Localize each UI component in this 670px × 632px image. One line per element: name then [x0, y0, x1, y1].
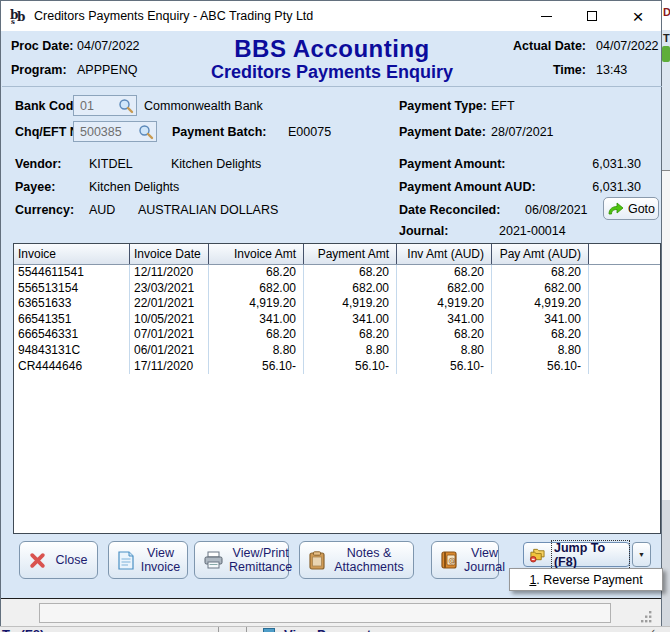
chevron-down-icon: ▼ — [638, 551, 645, 558]
vendor-label: Vendor: — [15, 157, 62, 171]
invoice-table: Invoice Invoice Date Invoice Amt Payment… — [13, 243, 661, 534]
cell-payment-amt: 68.20 — [304, 327, 397, 343]
background-window-right-edge: D T — [662, 0, 670, 632]
cell-inv-amt-aud: 68.20 — [397, 265, 492, 281]
jump-to-button[interactable]: Jump To (F8) — [523, 542, 630, 567]
column-header-payment-amt[interactable]: Payment Amt — [304, 244, 397, 264]
cell-payment-amt: 682.00 — [304, 281, 397, 297]
svg-text:b: b — [17, 10, 25, 24]
payee-value: Kitchen Delights — [89, 180, 179, 194]
cell-invoice-date: 10/05/2021 — [130, 312, 209, 328]
cell-invoice-date: 17/11/2020 — [130, 359, 209, 375]
payment-amount-aud-value: 6,031.30 — [541, 180, 641, 194]
column-header-invoice[interactable]: Invoice — [14, 244, 130, 264]
window-controls: × — [523, 1, 661, 31]
chq-eft-lookup-icon[interactable] — [138, 124, 154, 140]
table-row[interactable]: CR4444646 17/11/2020 56.10- 56.10- 56.10… — [14, 359, 660, 375]
minimize-button[interactable] — [523, 1, 569, 31]
background-window-bottom-edge: To (F8) View Payment ✓ — [0, 626, 670, 632]
window-title: Creditors Payments Enquiry - ABC Trading… — [34, 9, 313, 23]
resize-grip[interactable] — [639, 609, 653, 623]
jump-to-menu: 1. Reverse Payment — [509, 568, 663, 591]
table-row[interactable]: 63651633 22/01/2021 4,919.20 4,919.20 4,… — [14, 296, 660, 312]
bbs-app-icon: b b s — [9, 7, 27, 25]
cell-payment-amt: 68.20 — [304, 265, 397, 281]
close-button[interactable]: Close — [19, 541, 98, 579]
close-window-button[interactable]: × — [615, 1, 661, 31]
payment-amount-aud-label: Payment Amount AUD: — [399, 180, 536, 194]
app-title: BBS Accounting — [162, 35, 502, 63]
view-print-remittance-button[interactable]: View/Print Remittance — [194, 541, 289, 579]
notes-attachments-button[interactable]: Notes & Attachments — [299, 541, 414, 579]
creditors-payments-enquiry-window: b b s Creditors Payments Enquiry - ABC T… — [0, 0, 662, 626]
view-invoice-button[interactable]: View Invoice — [108, 541, 188, 579]
bank-code-lookup-icon[interactable] — [118, 98, 134, 114]
divider — [218, 627, 219, 632]
cell-invoice: 63651633 — [14, 296, 130, 312]
cell-invoice: 556513154 — [14, 281, 130, 297]
close-button-label: Close — [52, 553, 91, 568]
chq-eft-input[interactable]: 500385 — [73, 121, 157, 142]
bank-code-value: 01 — [80, 99, 94, 113]
table-row[interactable]: 556513154 23/03/2021 682.00 682.00 682.0… — [14, 281, 660, 297]
payment-amount-label: Payment Amount: — [399, 157, 506, 171]
actual-date-label: Actual Date: — [506, 39, 586, 53]
cell-filler — [589, 312, 660, 328]
proc-date-value: 04/07/2022 — [77, 39, 140, 53]
cell-payment-amt: 341.00 — [304, 312, 397, 328]
maximize-icon — [587, 11, 597, 21]
cell-invoice: 5544611541 — [14, 265, 130, 281]
column-header-filler — [589, 244, 660, 264]
date-reconciled-value: 06/08/2021 — [525, 203, 588, 217]
invoice-table-header: Invoice Invoice Date Invoice Amt Payment… — [14, 244, 660, 265]
status-bar — [1, 598, 661, 626]
background-panel-fragment — [662, 500, 670, 632]
menu-item-reverse-payment[interactable]: 1. Reverse Payment — [529, 573, 642, 587]
view-invoice-label-line1: View — [140, 546, 181, 561]
currency-name: AUSTRALIAN DOLLARS — [138, 203, 278, 217]
cell-payment-amt: 56.10- — [304, 359, 397, 375]
jump-to-dropdown-button[interactable]: ▼ — [632, 542, 651, 567]
bank-code-input[interactable]: 01 — [73, 95, 137, 116]
status-message-area — [39, 603, 611, 623]
payment-date-label: Payment Date: — [399, 125, 486, 139]
titlebar[interactable]: b b s Creditors Payments Enquiry - ABC T… — [1, 1, 661, 31]
cell-filler — [589, 281, 660, 297]
payee-label: Payee: — [15, 180, 55, 194]
view-payment-icon — [263, 628, 275, 632]
view-journal-label-line1: View — [464, 546, 505, 561]
actual-date-value: 04/07/2022 — [596, 39, 659, 53]
cell-invoice-date: 22/01/2021 — [130, 296, 209, 312]
svg-text:s: s — [11, 17, 15, 25]
cell-invoice-date: 23/03/2021 — [130, 281, 209, 297]
chq-eft-value: 500385 — [80, 125, 122, 139]
cell-inv-amt-aud: 682.00 — [397, 281, 492, 297]
time-label: Time: — [506, 63, 586, 77]
table-row[interactable]: 666546331 07/01/2021 68.20 68.20 68.20 6… — [14, 327, 660, 343]
journal-value: 2021-00014 — [499, 224, 566, 238]
bank-name: Commonwealth Bank — [144, 99, 263, 113]
column-header-pay-amt-aud[interactable]: Pay Amt (AUD) — [492, 244, 589, 264]
notes-label-line2: Attachments — [331, 560, 407, 575]
table-row[interactable]: 94843131C 06/01/2021 8.80 8.80 8.80 8.80 — [14, 343, 660, 359]
payment-batch-label: Payment Batch: — [172, 125, 266, 139]
goto-button[interactable]: Goto — [603, 197, 659, 220]
table-row[interactable]: 5544611541 12/11/2020 68.20 68.20 68.20 … — [14, 265, 660, 281]
date-reconciled-label: Date Reconciled: — [399, 203, 500, 217]
view-journal-button[interactable]: @ View Journal — [431, 541, 499, 579]
cell-invoice-amt: 68.20 — [209, 265, 304, 281]
cell-inv-amt-aud: 68.20 — [397, 327, 492, 343]
table-row[interactable]: 66541351 10/05/2021 341.00 341.00 341.00… — [14, 312, 660, 328]
column-header-inv-amt-aud[interactable]: Inv Amt (AUD) — [397, 244, 492, 264]
view-print-label-line1: View/Print — [229, 546, 292, 561]
divider — [246, 627, 247, 632]
cell-invoice-date: 06/01/2021 — [130, 343, 209, 359]
column-header-invoice-amt[interactable]: Invoice Amt — [209, 244, 304, 264]
maximize-button[interactable] — [569, 1, 615, 31]
vendor-code: KITDEL — [89, 157, 133, 171]
program-value: APPPENQ — [77, 63, 137, 77]
cell-payment-amt: 8.80 — [304, 343, 397, 359]
cell-invoice: 94843131C — [14, 343, 130, 359]
background-fragment-text: T — [663, 32, 670, 44]
column-header-invoice-date[interactable]: Invoice Date — [130, 244, 209, 264]
